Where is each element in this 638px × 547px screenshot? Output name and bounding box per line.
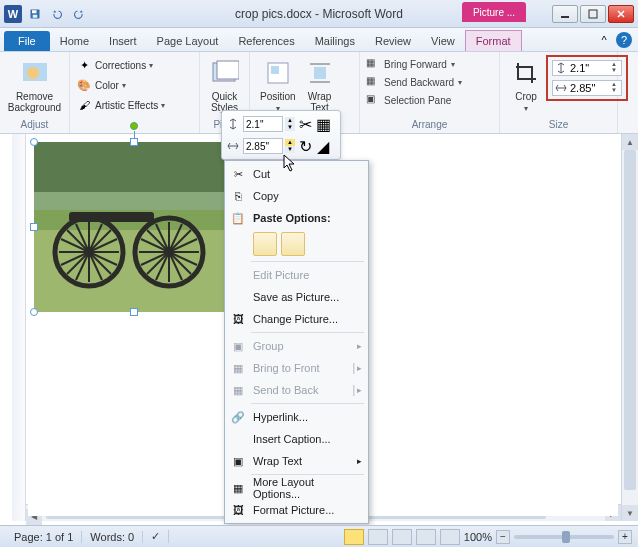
view-draft[interactable] <box>440 529 460 545</box>
ctx-save-as-picture[interactable]: Save as Picture... <box>225 286 368 308</box>
file-tab[interactable]: File <box>4 31 50 51</box>
ctx-wrap-text[interactable]: ▣Wrap Text▸ <box>225 450 368 472</box>
view-web-layout[interactable] <box>392 529 412 545</box>
svg-rect-3 <box>561 16 569 18</box>
mini-height-spinner[interactable]: ▲▼ <box>285 117 295 131</box>
paste-option-1[interactable] <box>253 232 277 256</box>
handle-tm[interactable] <box>130 138 138 146</box>
wrap-icon: ▣ <box>229 452 247 470</box>
color-button[interactable]: Color <box>95 80 119 91</box>
ctx-change-picture[interactable]: 🖼Change Picture... <box>225 308 368 330</box>
mini-crop-icon[interactable]: ✂ <box>297 116 313 132</box>
window-title: crop pics.docx - Microsoft Word <box>235 7 403 21</box>
layout-icon: ▦ <box>229 479 247 497</box>
paste-icon: 📋 <box>229 209 247 227</box>
rotate-handle[interactable] <box>130 122 138 130</box>
mini-extra-icon[interactable]: ▦ <box>315 116 331 132</box>
ctx-insert-caption[interactable]: Insert Caption... <box>225 428 368 450</box>
svg-rect-11 <box>314 67 326 79</box>
height-input[interactable] <box>570 62 606 74</box>
artistic-icon: 🖌 <box>76 97 92 113</box>
hyperlink-icon: 🔗 <box>229 408 247 426</box>
save-icon[interactable] <box>26 5 44 23</box>
ctx-copy[interactable]: ⎘Copy <box>225 185 368 207</box>
group-label-adjust: Adjust <box>0 119 69 130</box>
ctx-hyperlink[interactable]: 🔗Hyperlink... <box>225 406 368 428</box>
handle-ml[interactable] <box>30 223 38 231</box>
svg-rect-10 <box>271 66 279 74</box>
svg-rect-2 <box>33 14 38 17</box>
handle-bm[interactable] <box>130 308 138 316</box>
copy-icon: ⎘ <box>229 187 247 205</box>
height-spinner[interactable]: ▲▼ <box>609 62 619 74</box>
svg-rect-1 <box>32 10 37 13</box>
tab-review[interactable]: Review <box>365 31 421 51</box>
width-spinner[interactable]: ▲▼ <box>609 82 619 94</box>
ctx-format-picture[interactable]: 🖼Format Picture... <box>225 499 368 521</box>
selection-pane-button[interactable]: ▣Selection Pane <box>366 91 493 109</box>
bring-forward-button[interactable]: ▦Bring Forward▾ <box>366 55 493 73</box>
ctx-cut[interactable]: ✂Cut <box>225 163 368 185</box>
zoom-slider[interactable] <box>514 535 614 539</box>
mini-width-spinner[interactable]: ▲▼ <box>285 139 295 153</box>
width-input-row[interactable]: ▲▼ <box>552 80 622 96</box>
send-back-icon: ▦ <box>229 381 247 399</box>
zoom-label[interactable]: 100% <box>464 531 492 543</box>
send-backward-button[interactable]: ▦Send Backward▾ <box>366 73 493 91</box>
corrections-icon: ✦ <box>76 57 92 73</box>
quick-styles-button[interactable]: Quick Styles <box>206 55 243 115</box>
picture-tools-tab[interactable]: Picture ... <box>462 2 526 22</box>
ctx-group: ▣Group▸ <box>225 335 368 357</box>
picture-content <box>34 142 234 312</box>
zoom-in-button[interactable]: + <box>618 530 632 544</box>
mini-height-input[interactable] <box>243 116 283 132</box>
ctx-more-layout[interactable]: ▦More Layout Options... <box>225 477 368 499</box>
svg-rect-4 <box>589 10 597 18</box>
svg-rect-15 <box>34 142 234 192</box>
vertical-scrollbar[interactable]: ▲ ▼ <box>621 134 638 521</box>
tab-format[interactable]: Format <box>465 30 522 51</box>
status-bar: Page: 1 of 1 Words: 0 ✓ 100% − + <box>0 525 638 547</box>
crop-button[interactable]: Crop▾ <box>506 55 546 115</box>
handle-bl[interactable] <box>30 308 38 316</box>
tab-references[interactable]: References <box>228 31 304 51</box>
ctx-edit-picture: Edit Picture <box>225 264 368 286</box>
width-input[interactable] <box>570 82 606 94</box>
ribbon-tabs: File Home Insert Page Layout References … <box>0 28 638 52</box>
help-icon[interactable]: ? <box>616 32 632 48</box>
undo-icon[interactable] <box>48 5 66 23</box>
tab-insert[interactable]: Insert <box>99 31 147 51</box>
selected-picture[interactable] <box>34 142 234 312</box>
paste-option-2[interactable] <box>281 232 305 256</box>
tab-page-layout[interactable]: Page Layout <box>147 31 229 51</box>
status-page[interactable]: Page: 1 of 1 <box>6 531 82 543</box>
size-box: ▲▼ ▲▼ <box>546 55 628 101</box>
minimize-button[interactable] <box>552 5 578 23</box>
maximize-button[interactable] <box>580 5 606 23</box>
close-button[interactable] <box>608 5 634 23</box>
view-outline[interactable] <box>416 529 436 545</box>
remove-background-button[interactable]: Remove Background <box>6 55 63 115</box>
svg-point-6 <box>27 67 39 79</box>
mini-rotate-icon[interactable]: ↻ <box>297 138 313 154</box>
mini-width-icon <box>225 138 241 154</box>
tab-mailings[interactable]: Mailings <box>305 31 365 51</box>
handle-tl[interactable] <box>30 138 38 146</box>
artistic-effects-button[interactable]: Artistic Effects <box>95 100 158 111</box>
mini-style-icon[interactable]: ◢ <box>315 138 331 154</box>
word-app-icon[interactable]: W <box>4 5 22 23</box>
status-words[interactable]: Words: 0 <box>82 531 143 543</box>
redo-icon[interactable] <box>70 5 88 23</box>
tab-home[interactable]: Home <box>50 31 99 51</box>
height-input-row[interactable]: ▲▼ <box>552 60 622 76</box>
view-full-screen[interactable] <box>368 529 388 545</box>
view-print-layout[interactable] <box>344 529 364 545</box>
group-icon: ▣ <box>229 337 247 355</box>
svg-rect-8 <box>217 61 239 79</box>
minimize-ribbon-icon[interactable]: ^ <box>596 32 612 48</box>
mini-width-input[interactable] <box>243 138 283 154</box>
status-proof-icon[interactable]: ✓ <box>143 530 169 543</box>
tab-view[interactable]: View <box>421 31 465 51</box>
zoom-out-button[interactable]: − <box>496 530 510 544</box>
corrections-button[interactable]: Corrections <box>95 60 146 71</box>
